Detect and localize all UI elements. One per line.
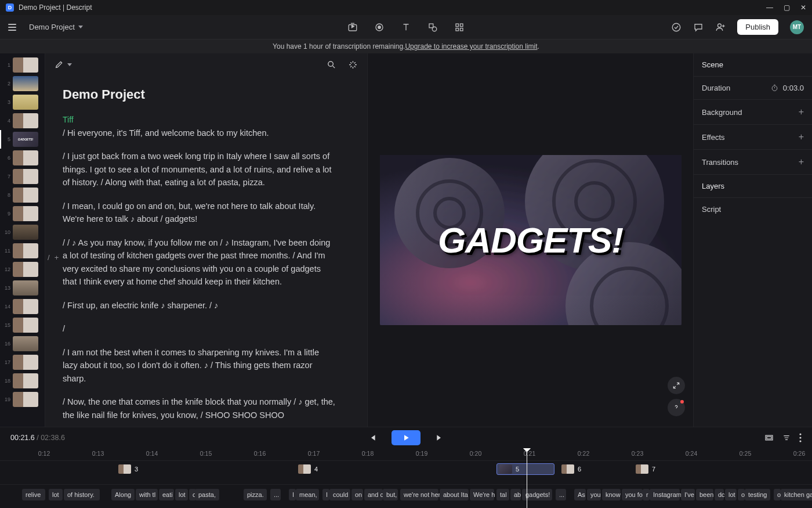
word-pill[interactable]: about Ita (440, 489, 469, 500)
word-pill[interactable]: could (329, 489, 350, 500)
scene-thumb[interactable]: 19 (0, 390, 45, 409)
script-paragraph[interactable]: / / ♪ As you may know, if you follow me … (63, 236, 335, 289)
help-icon[interactable] (668, 399, 685, 416)
scene-thumb[interactable]: 2 (0, 74, 45, 93)
word-pill[interactable]: you fo (622, 489, 643, 500)
play-button[interactable] (392, 430, 420, 445)
script-paragraph[interactable]: / First up, an electric knife ♪ sharpene… (63, 299, 335, 312)
script-paragraph[interactable]: / (63, 322, 335, 335)
word-pill[interactable]: relive (22, 489, 45, 500)
add-user-icon[interactable] (715, 22, 726, 33)
word-pill[interactable]: I (289, 489, 296, 500)
word-pill[interactable]: As (574, 489, 586, 500)
word-pill[interactable]: eati (159, 489, 174, 500)
timeline-clip[interactable]: 7 (633, 463, 658, 475)
word-pill[interactable]: ab (510, 489, 521, 500)
upgrade-link[interactable]: Upgrade to increase your transcription l… (405, 42, 537, 51)
word-pill[interactable]: dc (715, 489, 724, 500)
script-paragraph[interactable]: / I just got back from a two week long t… (63, 150, 335, 189)
word-pill[interactable]: kitchen gadge (781, 489, 812, 500)
scene-thumb[interactable]: 3 (0, 93, 45, 111)
project-dropdown[interactable]: Demo Project (29, 23, 83, 31)
script-tool-dropdown[interactable] (55, 60, 72, 69)
scene-thumb[interactable]: 17 (0, 353, 45, 372)
layer-script[interactable]: Script (694, 198, 812, 221)
composition-title[interactable]: Demo Project (63, 87, 350, 102)
clip-track[interactable]: 34567 (0, 463, 812, 478)
word-pill[interactable]: I (322, 489, 329, 500)
word-pill[interactable]: but, (383, 489, 398, 500)
word-pill[interactable]: pizza. (244, 489, 267, 500)
word-pill[interactable]: lot (725, 489, 737, 500)
background-row[interactable]: Background+ (694, 100, 812, 125)
script-paragraph[interactable]: / I am not the best when it comes to sha… (63, 346, 335, 385)
prev-button[interactable] (364, 431, 381, 445)
sparkle-icon[interactable] (348, 60, 358, 70)
scene-thumb[interactable]: 9 (0, 204, 45, 223)
script-paragraph[interactable]: / Now, the one that comes in the knife b… (63, 395, 335, 421)
effects-row[interactable]: Effects+ (694, 125, 812, 150)
word-pill[interactable]: mean, (296, 489, 319, 500)
templates-icon[interactable] (454, 22, 465, 33)
time-ruler[interactable]: 0:120:130:140:150:160:170:180:190:200:21… (0, 448, 812, 461)
timeline-clip[interactable]: 6 (559, 463, 583, 475)
scene-thumb[interactable]: 11 (0, 242, 45, 260)
timeline-clip[interactable]: 5 (496, 463, 554, 475)
scene-thumb[interactable]: 6 (0, 149, 45, 167)
script-paragraph[interactable]: / Hi everyone, it's Tiff, and welcome ba… (63, 127, 335, 139)
word-track[interactable]: relivelotof history.Alongwith tleatilotc… (0, 484, 812, 504)
scene-rail[interactable]: 12345678910111213141516171819 (0, 53, 45, 427)
word-pill[interactable]: with tl (136, 489, 158, 500)
word-pill[interactable]: o (738, 489, 745, 500)
scene-thumb[interactable]: 10 (0, 223, 45, 242)
word-pill[interactable]: been (696, 489, 713, 500)
text-icon[interactable] (401, 22, 411, 33)
word-pill[interactable]: tal (496, 489, 509, 500)
scene-thumb[interactable]: 5 (0, 130, 45, 149)
media-icon[interactable] (347, 22, 358, 33)
word-pill[interactable]: I've (681, 489, 695, 500)
timeline-clip[interactable]: 4 (296, 463, 320, 475)
plus-icon[interactable]: + (799, 107, 804, 117)
scene-thumb[interactable]: 16 (0, 334, 45, 353)
publish-button[interactable]: Publish (737, 19, 778, 35)
search-icon[interactable] (327, 60, 336, 70)
script-body[interactable]: Demo Project Tiff / Hi everyone, it's Ti… (45, 75, 367, 427)
word-pill[interactable]: of history. (64, 489, 100, 500)
timeline[interactable]: 0:120:130:140:150:160:170:180:190:200:21… (0, 448, 812, 508)
word-pill[interactable]: lot (175, 489, 188, 500)
shapes-icon[interactable] (427, 22, 438, 33)
align-icon[interactable] (782, 433, 791, 442)
scene-thumb[interactable]: 7 (0, 167, 45, 186)
word-pill[interactable]: you (587, 489, 601, 500)
video-preview[interactable]: GADGETS! (380, 155, 682, 325)
word-pill[interactable]: on (351, 489, 363, 500)
speaker-label[interactable]: Tiff (63, 115, 350, 124)
playhead[interactable] (527, 448, 527, 508)
word-pill[interactable]: We're h (470, 489, 494, 500)
paragraph-gutter[interactable]: / + (48, 253, 59, 262)
transitions-row[interactable]: Transitions+ (694, 150, 812, 175)
timeline-clip[interactable]: 3 (116, 463, 140, 475)
comment-icon[interactable] (693, 22, 704, 33)
window-maximize-button[interactable]: ▢ (784, 3, 790, 12)
scene-thumb[interactable]: 12 (0, 260, 45, 279)
timeline-view-icon[interactable] (764, 433, 774, 442)
word-pill[interactable]: pasta, (195, 489, 219, 500)
word-pill[interactable]: o (774, 489, 781, 500)
window-close-button[interactable]: ✕ (800, 3, 806, 12)
scene-thumb[interactable]: 1 (0, 56, 45, 74)
add-icon[interactable]: + (55, 253, 59, 262)
plus-icon[interactable]: + (799, 132, 804, 142)
word-pill[interactable]: ... (556, 489, 566, 500)
check-circle-icon[interactable] (671, 22, 682, 33)
menu-icon[interactable] (8, 24, 16, 31)
scene-thumb[interactable]: 4 (0, 111, 45, 130)
word-pill[interactable]: testing (745, 489, 770, 500)
scene-thumb[interactable]: 15 (0, 316, 45, 334)
expand-icon[interactable] (668, 377, 685, 394)
more-icon[interactable] (799, 433, 802, 442)
word-pill[interactable]: Instagram (650, 489, 680, 500)
record-icon[interactable] (374, 22, 385, 33)
scene-thumb[interactable]: 8 (0, 186, 45, 204)
